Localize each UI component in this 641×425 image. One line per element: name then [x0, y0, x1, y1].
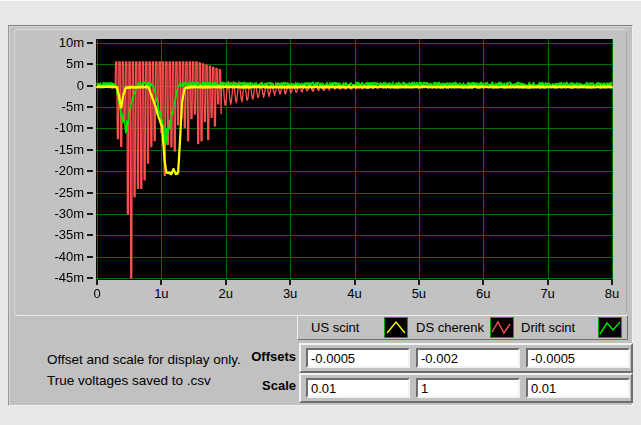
- y-axis-tick-mark: [87, 149, 93, 151]
- legend-label-us-scint: US scint: [311, 320, 359, 335]
- scale-input-3[interactable]: [526, 378, 630, 398]
- x-axis-tick-label: 6u: [463, 286, 503, 301]
- scale-label: Scale: [226, 378, 296, 393]
- y-axis-tick-label: -20m: [36, 163, 84, 179]
- scale-input-1[interactable]: [306, 378, 410, 398]
- y-axis-tick-mark: [87, 42, 93, 44]
- legend-label-drift-scint: Drift scint: [521, 320, 575, 335]
- x-axis-tick-mark: [160, 280, 162, 285]
- y-axis-tick-label: 0: [36, 78, 84, 94]
- y-axis-tick-label: -30m: [36, 206, 84, 222]
- x-axis-tick-label: 1u: [141, 286, 181, 301]
- y-axis-tick-label: 5m: [36, 56, 84, 72]
- x-axis-tick-mark: [354, 280, 356, 285]
- y-axis-tick-mark: [87, 170, 93, 172]
- offset-input-3[interactable]: [526, 348, 630, 368]
- plot-legend: US scint DS cherenk Drift scint: [297, 315, 628, 340]
- scale-cluster: [299, 373, 633, 403]
- note-line-2: True voltages saved to .csv: [47, 370, 241, 391]
- note-line-1: Offset and scale for display only.: [47, 349, 241, 370]
- x-axis-tick-mark: [96, 280, 98, 285]
- line-sample-icon: [490, 317, 514, 338]
- x-axis-tick-label: 5u: [399, 286, 439, 301]
- display-note: Offset and scale for display only. True …: [47, 349, 241, 391]
- x-axis-tick-label: 4u: [335, 286, 375, 301]
- y-axis-tick-label: -25m: [36, 185, 84, 201]
- x-axis-tick-mark: [418, 280, 420, 285]
- y-axis-tick-label: -40m: [36, 249, 84, 265]
- y-axis-tick-mark: [87, 256, 93, 258]
- y-axis-tick-mark: [87, 192, 93, 194]
- x-axis-tick-label: 8u: [592, 286, 632, 301]
- y-axis-tick-mark: [87, 106, 93, 108]
- y-axis-tick-mark: [87, 277, 93, 279]
- legend-label-ds-cherenk: DS cherenk: [416, 320, 484, 335]
- y-axis-tick-mark: [87, 213, 93, 215]
- labview-front-panel: 10m5m0-5m-10m-15m-20m-25m-30m-35m-40m-45…: [0, 0, 641, 425]
- x-axis-tick-label: 2u: [206, 286, 246, 301]
- x-axis-tick-label: 7u: [528, 286, 568, 301]
- y-axis-tick-mark: [87, 127, 93, 129]
- x-axis-tick-mark: [225, 280, 227, 285]
- x-axis-tick-mark: [482, 280, 484, 285]
- y-axis-tick-mark: [87, 85, 93, 87]
- y-axis-tick-label: -10m: [36, 120, 84, 136]
- scale-input-2[interactable]: [416, 378, 520, 398]
- offsets-label: Offsets: [226, 349, 296, 364]
- offsets-cluster: [299, 343, 633, 373]
- waveform-plot-area: [96, 39, 613, 280]
- y-axis-tick-label: -45m: [36, 270, 84, 286]
- x-axis-tick-mark: [547, 280, 549, 285]
- y-axis-tick-label: 10m: [36, 35, 84, 51]
- x-axis-tick-label: 0: [77, 286, 117, 301]
- y-axis-tick-label: -15m: [36, 142, 84, 158]
- y-axis-tick-mark: [87, 234, 93, 236]
- line-sample-icon: [598, 317, 622, 338]
- offset-input-1[interactable]: [306, 348, 410, 368]
- offset-input-2[interactable]: [416, 348, 520, 368]
- y-axis-tick-label: -5m: [36, 99, 84, 115]
- x-axis-tick-mark: [611, 280, 613, 285]
- y-axis-tick-label: -35m: [36, 227, 84, 243]
- x-axis-tick-mark: [289, 280, 291, 285]
- y-axis-tick-mark: [87, 63, 93, 65]
- line-sample-icon: [384, 317, 408, 338]
- x-axis-tick-label: 3u: [270, 286, 310, 301]
